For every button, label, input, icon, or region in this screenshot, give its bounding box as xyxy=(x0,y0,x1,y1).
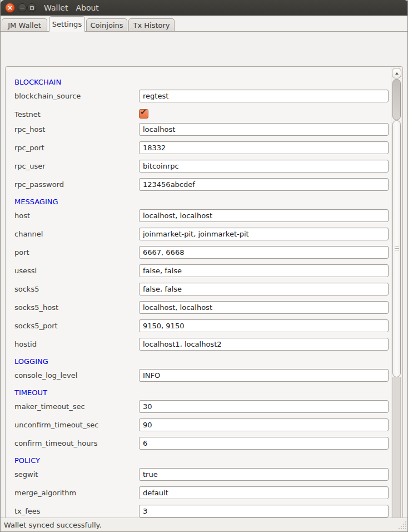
tab-settings[interactable]: Settings xyxy=(49,16,85,32)
close-icon: × xyxy=(7,4,13,11)
settings-row: socks5 xyxy=(14,283,391,301)
setting-label: segwit xyxy=(14,468,139,481)
setting-input-socks5_port[interactable] xyxy=(139,319,389,332)
setting-input-port[interactable] xyxy=(139,246,389,259)
setting-input-rpc_user[interactable] xyxy=(139,160,389,173)
setting-label: rpc_user xyxy=(14,160,139,173)
settings-row: Testnet✔ xyxy=(14,108,391,123)
settings-rows: BLOCKCHAINblockchain_sourceTestnet✔rpc_h… xyxy=(6,67,391,532)
maximize-button[interactable] xyxy=(27,3,36,12)
setting-label: console_log_level xyxy=(14,369,139,382)
setting-input-hostid[interactable] xyxy=(139,338,389,351)
titlebar: × − Wallet About xyxy=(1,0,408,16)
setting-input-tx_fees[interactable] xyxy=(139,505,389,518)
section-header-timeout: TIMEOUT xyxy=(14,387,47,398)
setting-label: merge_algorithm xyxy=(14,486,139,499)
settings-row: rpc_port xyxy=(14,141,391,160)
setting-input-blockchain_source[interactable] xyxy=(139,90,389,102)
setting-label: host xyxy=(14,209,139,222)
menu-wallet[interactable]: Wallet xyxy=(44,3,68,12)
setting-input-console_log_level[interactable] xyxy=(139,369,389,382)
settings-row: unconfirm_timeout_sec xyxy=(14,418,391,437)
setting-label: rpc_host xyxy=(14,123,139,136)
settings-row: hostid xyxy=(14,338,391,356)
scroll-up-icon xyxy=(395,72,399,75)
scrollbar-lower-trough[interactable] xyxy=(392,377,401,528)
settings-row: POLICY xyxy=(14,455,391,468)
setting-label: usessl xyxy=(14,264,139,277)
settings-pane: BLOCKCHAINblockchain_sourceTestnet✔rpc_h… xyxy=(1,32,408,518)
testnet-checkbox[interactable]: ✔ xyxy=(139,109,148,119)
settings-row: confirm_timeout_hours xyxy=(14,437,391,455)
settings-row: LOGGING xyxy=(14,356,391,369)
setting-label: blockchain_source xyxy=(14,90,139,102)
setting-input-maker_timeout_sec[interactable] xyxy=(139,400,389,413)
setting-label: socks5_host xyxy=(14,301,139,314)
section-header-logging: LOGGING xyxy=(14,356,48,367)
settings-row: socks5_port xyxy=(14,319,391,338)
section-header-messaging: MESSAGING xyxy=(14,196,58,207)
minimize-button[interactable]: − xyxy=(18,3,27,12)
setting-input-socks5_host[interactable] xyxy=(139,301,389,314)
tab-bar: JM Wallet Settings Coinjoins Tx History xyxy=(1,16,408,32)
setting-label: confirm_timeout_hours xyxy=(14,437,139,450)
settings-row: console_log_level xyxy=(14,369,391,387)
status-bar: Wallet synced successfully. xyxy=(1,518,408,531)
checkmark-icon: ✔ xyxy=(140,107,147,116)
settings-scroll-area: BLOCKCHAINblockchain_sourceTestnet✔rpc_h… xyxy=(5,66,403,532)
setting-input-rpc_port[interactable] xyxy=(139,141,389,154)
settings-row: merge_algorithm xyxy=(14,486,391,505)
setting-input-unconfirm_timeout_sec[interactable] xyxy=(139,418,389,431)
settings-row: host xyxy=(14,209,391,228)
setting-label: rpc_port xyxy=(14,141,139,154)
settings-row: channel xyxy=(14,228,391,246)
setting-input-socks5[interactable] xyxy=(139,283,389,295)
tab-coinjoins[interactable]: Coinjoins xyxy=(86,18,127,32)
scrollbar-grip-icon xyxy=(395,247,399,251)
settings-row: blockchain_source xyxy=(14,90,391,108)
setting-input-rpc_password[interactable] xyxy=(139,178,389,191)
minimize-icon: − xyxy=(19,4,25,11)
setting-input-confirm_timeout_hours[interactable] xyxy=(139,437,389,450)
settings-row: segwit xyxy=(14,468,391,486)
settings-row: maker_timeout_sec xyxy=(14,400,391,418)
close-button[interactable]: × xyxy=(5,3,15,13)
app-window: × − Wallet About JM Wallet Settings Coin… xyxy=(0,0,408,532)
setting-input-channel[interactable] xyxy=(139,228,389,240)
settings-row: TIMEOUT xyxy=(14,387,391,400)
section-header-blockchain: BLOCKCHAIN xyxy=(14,77,61,87)
setting-input-merge_algorithm[interactable] xyxy=(139,486,389,499)
setting-input-host[interactable] xyxy=(139,209,389,222)
scroll-up-button[interactable] xyxy=(392,68,401,78)
status-message: Wallet synced successfully. xyxy=(4,521,102,529)
setting-label: socks5 xyxy=(14,283,139,295)
vertical-scrollbar[interactable] xyxy=(391,67,402,532)
setting-input-segwit[interactable] xyxy=(139,468,389,481)
settings-row: socks5_host xyxy=(14,301,391,319)
settings-row: BLOCKCHAIN xyxy=(14,77,391,90)
setting-label: socks5_port xyxy=(14,319,139,332)
setting-label: maker_timeout_sec xyxy=(14,400,139,413)
setting-label: rpc_password xyxy=(14,178,139,191)
setting-label: hostid xyxy=(14,338,139,351)
resize-grip-icon[interactable] xyxy=(399,521,406,529)
setting-label: tx_fees xyxy=(14,505,139,518)
scrollbar-upper-trough[interactable] xyxy=(392,79,401,120)
menu-about[interactable]: About xyxy=(76,3,98,12)
setting-label: unconfirm_timeout_sec xyxy=(14,418,139,431)
settings-row: rpc_password xyxy=(14,178,391,196)
settings-row: port xyxy=(14,246,391,264)
settings-row: usessl xyxy=(14,264,391,283)
settings-row: rpc_host xyxy=(14,123,391,141)
setting-input-rpc_host[interactable] xyxy=(139,123,389,136)
tab-jm-wallet[interactable]: JM Wallet xyxy=(2,18,47,32)
setting-input-usessl[interactable] xyxy=(139,264,389,277)
tab-tx-history[interactable]: Tx History xyxy=(128,18,175,32)
maximize-icon xyxy=(30,6,34,10)
setting-label: Testnet xyxy=(14,108,139,121)
setting-label: port xyxy=(14,246,139,259)
settings-row: rpc_user xyxy=(14,160,391,178)
setting-label: channel xyxy=(14,228,139,240)
scrollbar-thumb[interactable] xyxy=(392,120,401,377)
menubar: Wallet About xyxy=(44,0,99,16)
